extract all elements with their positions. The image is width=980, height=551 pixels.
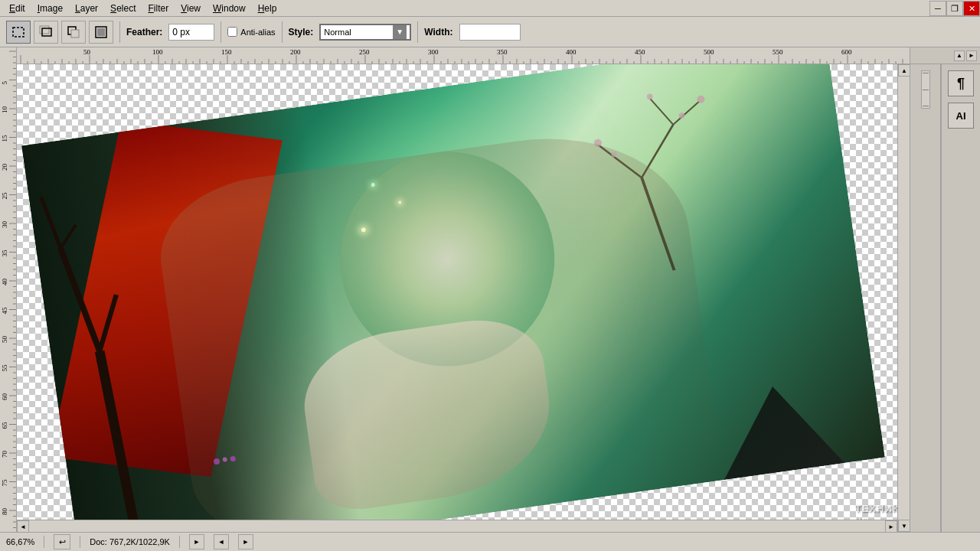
antialias-checkbox[interactable] xyxy=(227,27,237,37)
ai-tool-button[interactable]: AI xyxy=(948,103,974,129)
scroll-down-button[interactable]: ▼ xyxy=(898,520,910,532)
scroll-indicator xyxy=(921,70,930,109)
menu-select[interactable]: Select xyxy=(104,2,142,15)
horizontal-scrollbar[interactable]: ◄ ► xyxy=(17,520,897,532)
history-icon: ↩ xyxy=(59,537,66,547)
minimize-button[interactable]: ─ xyxy=(929,1,946,16)
panel-scroll-up[interactable]: ▲ xyxy=(954,51,965,61)
svg-point-13 xyxy=(646,93,653,100)
zoom-level: 66,67% xyxy=(6,537,34,546)
canvas-wrapper[interactable]: ТЕХНИК: ua ▲ ▼ ◄ ► xyxy=(17,64,910,532)
crop-tool[interactable] xyxy=(89,21,113,44)
width-label: Width: xyxy=(424,27,452,37)
svg-line-10 xyxy=(650,96,673,127)
top-panel-controls: ▲ ► xyxy=(910,47,980,64)
scroll-track-h[interactable] xyxy=(29,520,885,532)
left-ruler xyxy=(0,47,17,532)
artwork-image xyxy=(21,64,885,532)
panel-scroll-right[interactable]: ► xyxy=(966,51,977,61)
scroll-up-button[interactable]: ▲ xyxy=(898,64,910,77)
status-sep-2 xyxy=(80,536,80,548)
menu-view[interactable]: View xyxy=(175,2,207,15)
width-input[interactable] xyxy=(459,24,521,41)
style-dropdown[interactable]: Normal ▼ xyxy=(319,24,411,41)
menu-image[interactable]: Image xyxy=(31,2,69,15)
svg-rect-4 xyxy=(71,30,79,37)
menu-filter[interactable]: Filter xyxy=(142,2,175,15)
feather-label: Feather: xyxy=(126,27,162,37)
svg-rect-2 xyxy=(42,28,51,36)
paragraph-tool-button[interactable]: ¶ xyxy=(948,70,974,96)
scroll-left-button[interactable]: ◄ xyxy=(17,520,29,532)
far-right-tool-panel: ¶ AI xyxy=(941,64,980,532)
history-button[interactable]: ↩ xyxy=(54,534,70,549)
doc-info: Doc: 767,2K/1022,9K xyxy=(90,537,170,546)
svg-point-16 xyxy=(678,112,685,119)
svg-line-11 xyxy=(671,102,702,125)
dark-bird xyxy=(712,378,844,480)
menu-edit[interactable]: Edit xyxy=(3,2,31,15)
window-controls: ─ ❐ ✕ xyxy=(929,0,980,17)
svg-rect-0 xyxy=(13,28,24,37)
status-bar: 66,67% ↩ Doc: 767,2K/1022,9K ► ◄ ► xyxy=(0,532,980,551)
status-sep-3 xyxy=(179,536,180,548)
artwork-layer xyxy=(21,64,885,532)
status-sep-1 xyxy=(44,536,44,548)
vertical-scrollbar[interactable]: ▲ ▼ xyxy=(897,64,910,532)
move-tool[interactable] xyxy=(34,21,58,44)
feather-input[interactable] xyxy=(168,24,214,41)
scroll-right-button[interactable]: ► xyxy=(885,520,897,532)
antialias-label: Anti-alias xyxy=(240,28,275,37)
menu-help[interactable]: Help xyxy=(252,2,283,15)
svg-line-20 xyxy=(41,195,60,250)
transform-tool[interactable] xyxy=(61,21,86,44)
scroll-indicator-bar xyxy=(910,64,941,532)
nav-next-button[interactable]: ► xyxy=(238,534,253,549)
menu-window[interactable]: Window xyxy=(207,2,252,15)
toolbar: Feather: Anti-alias Style: Normal ▼ Widt… xyxy=(0,17,980,47)
top-ruler xyxy=(17,47,910,64)
play-button[interactable]: ► xyxy=(189,534,204,549)
toolbar-separator-1 xyxy=(119,21,120,43)
svg-line-18 xyxy=(60,245,100,354)
style-label: Style: xyxy=(289,27,314,37)
rect-select-tool[interactable] xyxy=(6,21,31,44)
scroll-track-v[interactable] xyxy=(898,77,910,520)
style-dropdown-arrow: ▼ xyxy=(393,25,407,39)
toolbar-separator-4 xyxy=(417,21,418,43)
toolbar-separator-3 xyxy=(282,21,283,43)
antialias-container[interactable]: Anti-alias xyxy=(227,27,275,37)
svg-rect-1 xyxy=(40,26,49,34)
canvas-container[interactable]: ТЕХНИК: ua ▲ ▼ ◄ ► xyxy=(17,47,910,532)
close-button[interactable]: ✕ xyxy=(963,1,980,16)
main-area: ТЕХНИК: ua ▲ ▼ ◄ ► ▲ ► xyxy=(0,47,980,532)
right-panels: ▲ ► ¶ AI xyxy=(910,47,980,532)
right-tool-panel: ¶ AI xyxy=(910,64,980,532)
svg-rect-6 xyxy=(97,28,105,36)
menu-bar: Edit Image Layer Select Filter View Wind… xyxy=(0,0,980,17)
svg-line-17 xyxy=(100,350,142,532)
menu-layer[interactable]: Layer xyxy=(69,2,104,15)
style-value: Normal xyxy=(324,28,351,37)
restore-button[interactable]: ❐ xyxy=(946,1,963,16)
toolbar-separator-2 xyxy=(220,21,221,43)
nav-prev-button[interactable]: ◄ xyxy=(214,534,229,549)
